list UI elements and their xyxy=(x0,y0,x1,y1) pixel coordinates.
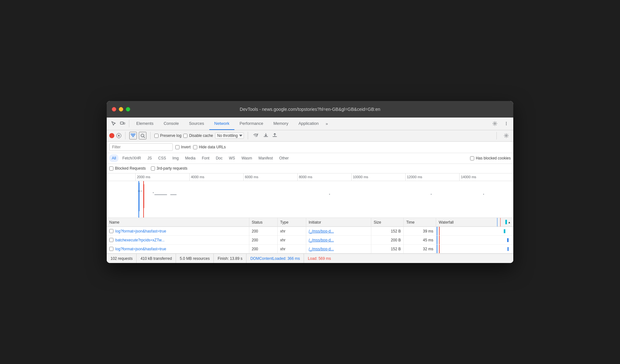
table-row[interactable]: batchexecute?rpcids=xZTw... 200 xhr /_/m… xyxy=(107,236,513,245)
tl-dot-right2 xyxy=(483,194,484,195)
disable-cache-label[interactable]: Disable cache xyxy=(183,133,213,138)
td-time-1: 39 ms xyxy=(403,227,436,236)
network-table: Name Status Type Initiator Size xyxy=(107,218,513,254)
clear-button[interactable] xyxy=(116,133,121,138)
td-name-1[interactable]: log?format=json&hasfast=true xyxy=(107,227,249,236)
td-waterfall-3 xyxy=(436,245,513,253)
preserve-log-label[interactable]: Preserve log xyxy=(154,133,181,138)
network-conditions-button[interactable] xyxy=(252,132,259,139)
timeline-graph xyxy=(107,181,513,218)
table-row[interactable]: log?format=json&hasfast=true 200 xhr /_/… xyxy=(107,227,513,236)
search-button[interactable] xyxy=(139,132,146,139)
type-filter-media[interactable]: Media xyxy=(183,154,198,162)
td-size-3: 152 B xyxy=(371,245,403,253)
td-waterfall-2 xyxy=(436,236,513,245)
tab-application[interactable]: Application xyxy=(293,117,324,130)
tab-console[interactable]: Console xyxy=(158,117,184,130)
tab-network[interactable]: Network xyxy=(209,117,235,130)
preserve-log-checkbox[interactable] xyxy=(154,134,158,138)
throttle-select[interactable]: No throttling xyxy=(215,132,244,139)
tab-memory[interactable]: Memory xyxy=(268,117,293,130)
td-initiator-3[interactable]: /_/mss/boq-d... xyxy=(306,245,371,253)
record-button[interactable] xyxy=(109,133,114,138)
type-filter-css[interactable]: CSS xyxy=(156,154,169,162)
td-initiator-2[interactable]: /_/mss/boq-d... xyxy=(306,236,371,245)
type-filter-font[interactable]: Font xyxy=(199,154,212,162)
td-type-1: xhr xyxy=(278,227,306,236)
blocked-requests-checkbox[interactable] xyxy=(109,166,113,171)
tab-elements[interactable]: Elements xyxy=(131,117,158,130)
th-waterfall[interactable]: Waterfall ▲ xyxy=(436,218,513,227)
toolbar-divider-3 xyxy=(150,132,151,139)
status-transferred: 410 kB transferred xyxy=(137,254,176,263)
device-toggle-button[interactable] xyxy=(118,119,127,128)
type-filter-manifest[interactable]: Manifest xyxy=(256,154,275,162)
settings-button[interactable] xyxy=(490,119,499,128)
more-options-button[interactable] xyxy=(502,119,511,128)
third-party-checkbox[interactable] xyxy=(151,166,155,171)
status-bar: 102 requests 410 kB transferred 5.0 MB r… xyxy=(107,253,513,263)
maximize-button[interactable] xyxy=(126,107,130,111)
tl-dot-right1 xyxy=(431,194,432,195)
th-type[interactable]: Type xyxy=(278,218,306,227)
invert-checkbox[interactable] xyxy=(175,145,179,149)
svg-point-2 xyxy=(494,123,496,125)
type-filter-doc[interactable]: Doc xyxy=(213,154,225,162)
type-filter-all[interactable]: All xyxy=(109,154,118,162)
inspect-element-button[interactable] xyxy=(109,119,118,128)
th-time[interactable]: Time xyxy=(403,218,436,227)
wf-bar-blue-2 xyxy=(507,238,509,242)
td-name-2[interactable]: batchexecute?rpcids=xZTw... xyxy=(107,236,249,245)
th-size[interactable]: Size xyxy=(371,218,403,227)
hide-urls-label[interactable]: Hide data URLs xyxy=(193,145,226,149)
network-settings-button[interactable] xyxy=(502,131,511,140)
has-blocked-cookies-checkbox[interactable] xyxy=(470,156,474,160)
tab-overflow-button[interactable]: » xyxy=(324,117,330,130)
status-dom-content-loaded: DOMContentLoaded: 366 ms xyxy=(246,254,304,263)
th-name[interactable]: Name xyxy=(107,218,249,227)
status-load: Load: 569 ms xyxy=(304,254,335,263)
wf-bar-blue-3 xyxy=(508,247,509,251)
ruler-tick-0: 2000 ms xyxy=(135,173,189,181)
type-filter-wasm[interactable]: Wasm xyxy=(239,154,255,162)
filter-input[interactable] xyxy=(109,143,173,151)
network-table-container: Name Status Type Initiator Size xyxy=(107,218,513,254)
export-har-button[interactable] xyxy=(272,132,278,139)
svg-line-9 xyxy=(144,137,145,138)
td-name-3[interactable]: log?format=json&hasfast=true xyxy=(107,245,249,253)
close-button[interactable] xyxy=(112,107,116,111)
ruler-tick-1: 4000 ms xyxy=(189,173,243,181)
blocked-requests-label[interactable]: Blocked Requests xyxy=(109,166,146,171)
type-filter-js[interactable]: JS xyxy=(145,154,154,162)
ruler-tick-2: 6000 ms xyxy=(243,173,297,181)
timeline-area: 2000 ms 4000 ms 6000 ms 8000 ms 10000 ms… xyxy=(107,173,513,218)
tl-dot-mid xyxy=(329,194,330,195)
td-initiator-1[interactable]: /_/mss/boq-d... xyxy=(306,227,371,236)
timeline-ruler: 2000 ms 4000 ms 6000 ms 8000 ms 10000 ms… xyxy=(107,173,513,181)
import-har-button[interactable] xyxy=(263,132,269,139)
row-checkbox-3[interactable] xyxy=(109,247,113,251)
td-time-3: 32 ms xyxy=(403,245,436,253)
type-filter-fetch-xhr[interactable]: Fetch/XHR xyxy=(120,154,144,162)
status-finish: Finish: 13.89 s xyxy=(214,254,246,263)
third-party-label[interactable]: 3rd-party requests xyxy=(151,166,187,171)
disable-cache-checkbox[interactable] xyxy=(183,134,187,138)
minimize-button[interactable] xyxy=(119,107,123,111)
row-checkbox-2[interactable] xyxy=(109,238,113,242)
tab-sources[interactable]: Sources xyxy=(184,117,209,130)
th-status[interactable]: Status xyxy=(249,218,278,227)
svg-point-4 xyxy=(506,123,507,124)
filter-button[interactable] xyxy=(129,132,137,139)
table-row[interactable]: log?format=json&hasfast=true 200 xhr /_/… xyxy=(107,245,513,253)
tab-performance[interactable]: Performance xyxy=(234,117,268,130)
th-initiator[interactable]: Initiator xyxy=(306,218,371,227)
type-filter-other[interactable]: Other xyxy=(277,154,291,162)
type-filter-img[interactable]: Img xyxy=(170,154,181,162)
td-status-2: 200 xyxy=(249,236,278,245)
row-checkbox-1[interactable] xyxy=(109,229,113,233)
has-blocked-cookies-label[interactable]: Has blocked cookies xyxy=(470,156,511,160)
settings-area xyxy=(490,119,511,128)
hide-urls-checkbox[interactable] xyxy=(193,145,197,149)
invert-label[interactable]: Invert xyxy=(175,145,191,149)
type-filter-ws[interactable]: WS xyxy=(226,154,238,162)
